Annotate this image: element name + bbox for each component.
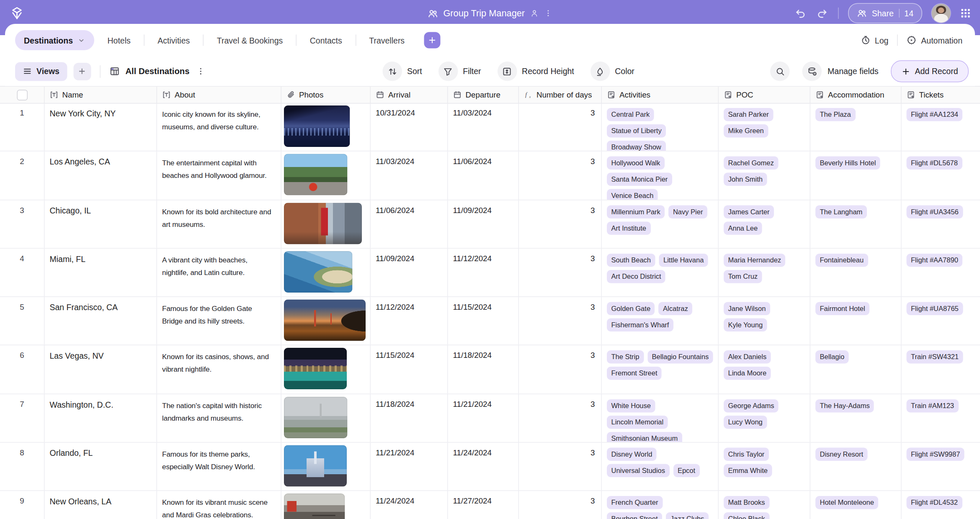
accommodation-cell[interactable]: The Plaza — [810, 103, 902, 151]
photos-cell[interactable] — [281, 443, 371, 491]
activity-chip[interactable]: Bourbon Street — [607, 513, 662, 519]
activity-chip[interactable]: Venice Beach — [607, 189, 658, 199]
name-cell[interactable]: San Francisco, CA — [45, 297, 157, 345]
user-avatar[interactable] — [932, 4, 951, 23]
vegas-strip-night-photo[interactable] — [284, 348, 347, 390]
ticket-chip[interactable]: Flight #DL4532 — [907, 496, 962, 510]
activity-chip[interactable]: Santa Monica Pier — [607, 173, 672, 186]
arrival-cell[interactable]: 11/15/2024 — [371, 346, 448, 393]
undo-icon[interactable] — [794, 7, 807, 20]
accommodation-chip[interactable]: Disney Resort — [815, 448, 868, 461]
tickets-cell[interactable]: Flight #DL5678 — [902, 152, 980, 199]
tab-hotels[interactable]: Hotels — [94, 36, 144, 45]
column-header-activities[interactable]: Activities — [602, 87, 719, 103]
add-record-button[interactable]: Add Record — [891, 60, 969, 82]
poc-cell[interactable]: James CarterAnna Lee — [719, 200, 810, 248]
name-cell[interactable]: Washington, D.C. — [45, 394, 157, 442]
nyc-skyline-night-photo[interactable] — [284, 105, 350, 147]
poc-cell[interactable]: Rachel GomezJohn Smith — [719, 152, 810, 199]
add-table-button[interactable] — [424, 32, 441, 49]
miami-coastline-photo[interactable] — [284, 251, 353, 293]
activity-chip[interactable]: Jazz Clubs — [666, 513, 709, 519]
activities-cell[interactable]: French QuarterBourbon StreetJazz Clubs — [602, 491, 719, 519]
ticket-chip[interactable]: Flight #DL5678 — [907, 157, 962, 170]
accommodation-cell[interactable]: The Hay-Adams — [810, 394, 902, 442]
poc-cell[interactable]: Chris TaylorEmma White — [719, 443, 810, 491]
activity-chip[interactable]: Golden Gate — [607, 302, 655, 316]
poc-cell[interactable]: Alex DanielsLinda Moore — [719, 346, 810, 393]
poc-chip[interactable]: Lucy Wong — [724, 416, 767, 429]
accommodation-chip[interactable]: Beverly Hills Hotel — [815, 157, 880, 170]
poc-chip[interactable]: Rachel Gomez — [724, 157, 778, 170]
name-cell[interactable]: Los Angeles, CA — [45, 152, 157, 199]
arrival-cell[interactable]: 11/09/2024 — [371, 249, 448, 296]
current-view[interactable]: All Destinations — [109, 66, 189, 77]
departure-cell[interactable]: 11/18/2024 — [448, 346, 519, 393]
tickets-cell[interactable]: Train #SW4321 — [902, 346, 980, 393]
column-header-arrival[interactable]: Arrival — [371, 87, 448, 103]
accommodation-chip[interactable]: The Plaza — [815, 108, 855, 121]
automation-button[interactable]: Automation — [907, 35, 962, 45]
poc-chip[interactable]: Matt Brooks — [724, 496, 769, 510]
tickets-cell[interactable]: Flight #UA8765 — [902, 297, 980, 345]
activity-chip[interactable]: Statue of Liberty — [607, 124, 666, 138]
photos-cell[interactable] — [281, 152, 371, 199]
poc-chip[interactable]: Chloe Black — [724, 513, 769, 519]
activity-chip[interactable]: South Beach — [607, 254, 655, 267]
tab-destinations[interactable]: Destinations — [15, 30, 94, 50]
select-all-checkbox[interactable] — [17, 90, 28, 100]
tickets-cell[interactable]: Flight #AA7890 — [902, 249, 980, 296]
accommodation-cell[interactable]: Fairmont Hotel — [810, 297, 902, 345]
app-logo-icon[interactable] — [9, 5, 25, 21]
activity-chip[interactable]: Universal Studios — [607, 464, 669, 478]
activity-chip[interactable]: Art Deco District — [607, 270, 665, 283]
column-header-about[interactable]: About — [157, 87, 281, 103]
departure-cell[interactable]: 11/06/2024 — [448, 152, 519, 199]
arrival-cell[interactable]: 11/18/2024 — [371, 394, 448, 442]
activity-chip[interactable]: Smithsonian Museum — [607, 432, 682, 442]
accommodation-chip[interactable]: Bellagio — [815, 351, 849, 364]
photos-cell[interactable] — [281, 394, 371, 442]
photos-cell[interactable] — [281, 200, 371, 248]
tickets-cell[interactable]: Flight #SW9987 — [902, 443, 980, 491]
activities-cell[interactable]: South BeachLittle HavanaArt Deco Distric… — [602, 249, 719, 296]
share-button[interactable]: Share 14 — [848, 3, 922, 23]
departure-cell[interactable]: 11/27/2024 — [448, 491, 519, 519]
table-row[interactable]: 3Chicago, ILKnown for its bold architect… — [0, 200, 980, 249]
tickets-cell[interactable]: Train #AM123 — [902, 394, 980, 442]
dc-aerial-photo[interactable] — [284, 397, 348, 438]
poc-cell[interactable]: Matt BrooksChloe Black — [719, 491, 810, 519]
name-cell[interactable]: Miami, FL — [45, 249, 157, 296]
disney-castle-photo[interactable] — [284, 445, 347, 487]
poc-chip[interactable]: Sarah Parker — [724, 108, 773, 121]
views-button[interactable]: Views — [15, 62, 67, 81]
departure-cell[interactable]: 11/21/2024 — [448, 394, 519, 442]
poc-chip[interactable]: Tom Cruz — [724, 270, 762, 283]
view-menu-kebab-icon[interactable] — [196, 67, 205, 76]
add-view-button[interactable] — [73, 62, 91, 80]
activities-cell[interactable]: Millennium ParkNavy PierArt Institute — [602, 200, 719, 248]
chicago-theater-photo[interactable] — [284, 203, 362, 244]
ticket-chip[interactable]: Flight #SW9987 — [907, 448, 965, 461]
accommodation-chip[interactable]: The Hay-Adams — [815, 399, 874, 413]
table-row[interactable]: 9New Orleans, LAKnown for its vibrant mu… — [0, 491, 980, 519]
about-cell[interactable]: Known for its vibrant music sceneand Mar… — [157, 491, 281, 519]
photos-cell[interactable] — [281, 346, 371, 393]
log-button[interactable]: Log — [860, 35, 888, 45]
about-cell[interactable]: The entertainment capital withbeaches an… — [157, 152, 281, 199]
tickets-cell[interactable]: Flight #DL4532 — [902, 491, 980, 519]
column-header-accommodation[interactable]: Accommodation — [810, 87, 902, 103]
arrival-cell[interactable]: 10/31/2024 — [371, 103, 448, 151]
tab-contacts[interactable]: Contacts — [297, 36, 355, 45]
table-row[interactable]: 4Miami, FLA vibrant city with beaches,ni… — [0, 249, 980, 297]
poc-chip[interactable]: Kyle Young — [724, 319, 767, 332]
table-row[interactable]: 7Washington, D.C.The nation's capital wi… — [0, 394, 980, 443]
accommodation-cell[interactable]: Hotel Monteleone — [810, 491, 902, 519]
name-cell[interactable]: Chicago, IL — [45, 200, 157, 248]
activity-chip[interactable]: Hollywood Walk — [607, 157, 665, 170]
accommodation-chip[interactable]: Hotel Monteleone — [815, 496, 878, 510]
poc-chip[interactable]: Maria Hernandez — [724, 254, 786, 267]
name-cell[interactable]: Orlando, FL — [45, 443, 157, 491]
manage-fields-button[interactable]: Manage fields — [802, 62, 878, 81]
departure-cell[interactable]: 11/12/2024 — [448, 249, 519, 296]
